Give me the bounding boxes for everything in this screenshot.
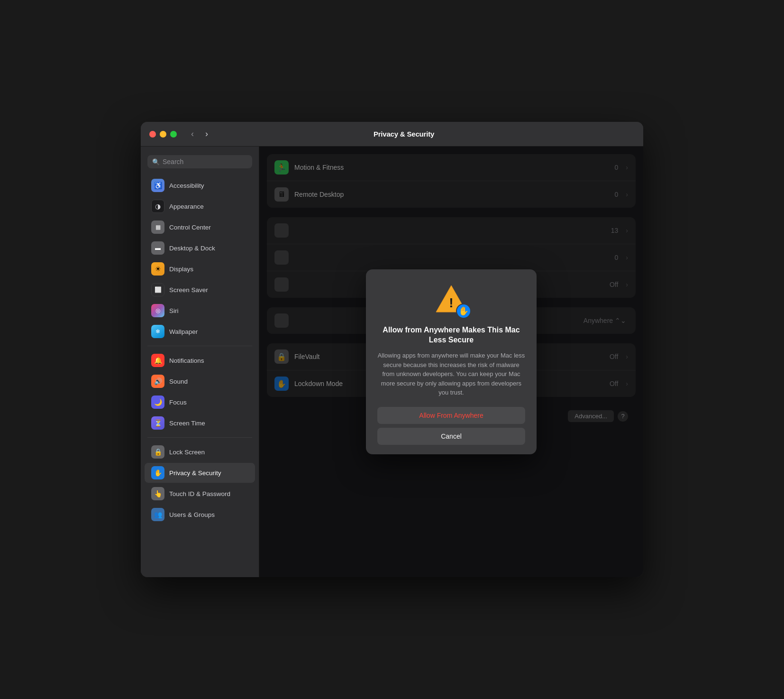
- modal-body: Allowing apps from anywhere will make yo…: [377, 351, 525, 397]
- sidebar-label-touch-id: Touch ID & Password: [169, 490, 230, 497]
- sidebar-label-control-center: Control Center: [169, 224, 211, 231]
- sidebar-item-screen-time[interactable]: ⏳ Screen Time: [145, 413, 255, 433]
- wallpaper-icon: ❄: [151, 325, 164, 338]
- sidebar-item-accessibility[interactable]: ♿ Accessibility: [145, 175, 255, 195]
- search-placeholder: Search: [163, 158, 183, 166]
- sidebar-item-siri[interactable]: ◎ Siri: [145, 301, 255, 321]
- sidebar-item-control-center[interactable]: ▦ Control Center: [145, 217, 255, 237]
- search-box[interactable]: 🔍 Search: [147, 155, 252, 168]
- sidebar-label-accessibility: Accessibility: [169, 182, 204, 189]
- sidebar-label-desktop-dock: Desktop & Dock: [169, 245, 215, 252]
- sidebar-item-desktop-dock[interactable]: ▬ Desktop & Dock: [145, 238, 255, 258]
- sidebar-label-notifications: Notifications: [169, 357, 204, 364]
- sidebar-item-notifications[interactable]: 🔔 Notifications: [145, 350, 255, 370]
- sidebar-item-sound[interactable]: 🔊 Sound: [145, 371, 255, 391]
- control-center-icon: ▦: [151, 221, 164, 234]
- sound-icon: 🔊: [151, 375, 164, 388]
- sidebar-label-users-groups: Users & Groups: [169, 511, 215, 518]
- sidebar-item-screen-saver[interactable]: ⬜ Screen Saver: [145, 280, 255, 300]
- minimize-button[interactable]: [160, 131, 166, 138]
- navigation-arrows: ‹ ›: [188, 128, 211, 140]
- sidebar-item-appearance[interactable]: ◑ Appearance: [145, 196, 255, 216]
- sidebar-label-screen-saver: Screen Saver: [169, 286, 208, 294]
- notifications-icon: 🔔: [151, 354, 164, 367]
- sidebar-divider-1: [147, 346, 252, 346]
- appearance-icon: ◑: [151, 200, 164, 213]
- allow-from-anywhere-button[interactable]: Allow From Anywhere: [377, 407, 525, 424]
- sidebar-label-displays: Displays: [169, 266, 193, 273]
- sidebar-label-screen-time: Screen Time: [169, 420, 205, 427]
- sidebar: 🔍 Search ♿ Accessibility ◑ Appearance ▦: [141, 147, 259, 577]
- displays-icon: ☀: [151, 262, 164, 276]
- sidebar-label-lock-screen: Lock Screen: [169, 449, 205, 456]
- window-title: Privacy & Security: [211, 130, 597, 138]
- sidebar-item-lock-screen[interactable]: 🔒 Lock Screen: [145, 442, 255, 462]
- hand-badge: ✋: [456, 304, 471, 319]
- sidebar-label-privacy-security: Privacy & Security: [169, 469, 221, 477]
- touch-id-icon: 👆: [151, 487, 164, 500]
- window-content: 🔍 Search ♿ Accessibility ◑ Appearance ▦: [141, 147, 643, 577]
- search-icon: 🔍: [152, 158, 160, 166]
- desktop-dock-icon: ▬: [151, 241, 164, 255]
- screen-saver-icon: ⬜: [151, 283, 164, 296]
- sidebar-label-appearance: Appearance: [169, 203, 204, 210]
- close-button[interactable]: [149, 131, 156, 138]
- sidebar-label-siri: Siri: [169, 307, 179, 314]
- svg-text:!: !: [449, 295, 453, 310]
- accessibility-icon: ♿: [151, 179, 164, 192]
- focus-icon: 🌙: [151, 395, 164, 409]
- allow-anywhere-modal: ! ✋ Allow from Anywhere Makes This Mac L…: [366, 269, 537, 454]
- sidebar-item-users-groups[interactable]: 👥 Users & Groups: [145, 505, 255, 524]
- sidebar-item-touch-id[interactable]: 👆 Touch ID & Password: [145, 484, 255, 504]
- privacy-security-icon: ✋: [151, 466, 164, 479]
- modal-overlay: ! ✋ Allow from Anywhere Makes This Mac L…: [259, 147, 643, 577]
- maximize-button[interactable]: [170, 131, 177, 138]
- main-content: 🏃 Motion & Fitness 0 › 🖥 Remote Desktop …: [259, 147, 643, 577]
- sidebar-label-focus: Focus: [169, 399, 187, 406]
- sidebar-item-wallpaper[interactable]: ❄ Wallpaper: [145, 322, 255, 341]
- search-container: 🔍 Search: [141, 152, 259, 175]
- sidebar-label-wallpaper: Wallpaper: [169, 328, 198, 335]
- users-groups-icon: 👥: [151, 508, 164, 521]
- sidebar-item-privacy-security[interactable]: ✋ Privacy & Security: [145, 463, 255, 483]
- titlebar: ‹ › Privacy & Security: [141, 122, 643, 147]
- system-preferences-window: ‹ › Privacy & Security 🔍 Search ♿ Access…: [141, 122, 643, 577]
- sidebar-item-focus[interactable]: 🌙 Focus: [145, 392, 255, 412]
- sidebar-label-sound: Sound: [169, 378, 188, 385]
- modal-icon: ! ✋: [434, 283, 468, 317]
- siri-icon: ◎: [151, 304, 164, 317]
- cancel-button[interactable]: Cancel: [377, 428, 525, 445]
- sidebar-divider-2: [147, 437, 252, 438]
- traffic-lights: [149, 131, 177, 138]
- lock-screen-icon: 🔒: [151, 445, 164, 459]
- back-arrow[interactable]: ‹: [188, 128, 197, 140]
- forward-arrow[interactable]: ›: [202, 128, 211, 140]
- sidebar-item-displays[interactable]: ☀ Displays: [145, 259, 255, 279]
- modal-title: Allow from Anywhere Makes This Mac Less …: [377, 325, 525, 345]
- screen-time-icon: ⏳: [151, 416, 164, 430]
